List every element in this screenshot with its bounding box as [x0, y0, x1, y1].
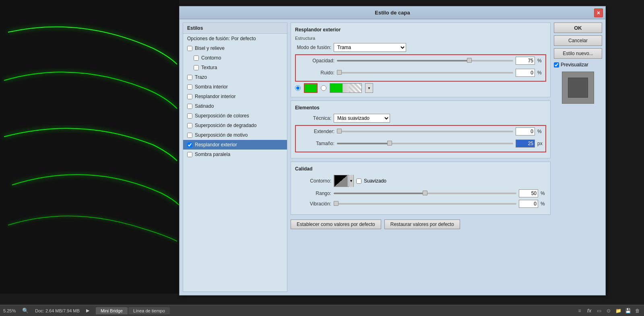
suavizado-checkbox[interactable] — [356, 179, 361, 184]
opacity-unit: % — [537, 58, 543, 64]
style-item-sup-degradado[interactable]: Superposición de degradado — [183, 121, 287, 130]
noise-input[interactable] — [516, 69, 535, 77]
gradient-color-swatch[interactable] — [330, 83, 362, 93]
channels-icon[interactable]: ⊙ — [605, 308, 612, 314]
calidad-title: Calidad — [295, 166, 546, 172]
style-item-resplandor-exterior[interactable]: Resplandor exterior — [183, 140, 287, 150]
rango-slider-container — [334, 193, 516, 194]
set-default-button[interactable]: Establecer como valores por defecto — [291, 220, 381, 229]
blend-mode-select[interactable]: Trama Normal Pantalla — [334, 43, 406, 52]
opciones-label: Opciones de fusión: Por defecto — [187, 36, 256, 41]
tamano-row: Tamaño: px — [298, 140, 543, 148]
extender-input[interactable] — [516, 127, 535, 135]
noise-slider-track[interactable] — [337, 72, 513, 74]
gradient-color-radio[interactable] — [321, 85, 326, 91]
style-item-bisel[interactable]: Bisel y relieve — [183, 43, 287, 53]
styles-panel-header: Estilos — [183, 23, 287, 34]
tamano-input[interactable] — [516, 140, 535, 148]
sombra-interior-checkbox[interactable] — [187, 84, 192, 90]
preview-checkbox[interactable] — [554, 62, 559, 68]
cancel-button[interactable]: Cancelar — [554, 35, 602, 46]
tecnica-select[interactable]: Más suavizado Preciso — [334, 114, 390, 123]
solid-color-swatch[interactable] — [304, 83, 318, 93]
elementos-section: Elementos Técnica: Más suavizado Preciso… — [291, 101, 551, 158]
extender-slider-track[interactable] — [337, 131, 513, 132]
style-item-sombra-paralela[interactable]: Sombra paralela — [183, 150, 287, 159]
rango-slider-track[interactable] — [334, 193, 516, 194]
fx-icon[interactable]: fx — [586, 308, 592, 314]
textura-checkbox[interactable] — [194, 65, 199, 70]
zoom-icon[interactable]: 🔍 — [22, 308, 29, 314]
mini-bridge-tab[interactable]: Mini Bridge — [96, 307, 128, 314]
vibracion-input[interactable] — [519, 200, 538, 208]
opacity-slider-track[interactable] — [337, 60, 513, 62]
styles-panel: Estilos Opciones de fusión: Por defecto … — [183, 23, 287, 292]
noise-row: Ruido: % — [298, 69, 543, 77]
style-item-sombra-interior[interactable]: Sombra interior — [183, 82, 287, 92]
contorno-checkbox[interactable] — [194, 55, 199, 61]
bisel-checkbox[interactable] — [187, 46, 192, 51]
vibracion-label: Vibración: — [295, 201, 331, 207]
linea-tiempo-tab[interactable]: Línea de tiempo — [128, 307, 170, 314]
vibracion-row: Vibración: % — [295, 200, 546, 208]
suavizado-label: Suavizado — [364, 178, 386, 184]
rango-input[interactable] — [519, 189, 538, 197]
preview-label: Previsualizar — [561, 62, 588, 68]
main-panel: Resplandor exterior Estructura Modo de f… — [291, 23, 551, 292]
rango-row: Rango: % — [295, 189, 546, 197]
outer-glow-title: Resplandor exterior — [295, 27, 546, 33]
gradient-dropdown-arrow[interactable]: ▼ — [365, 83, 373, 93]
style-item-sup-motivo[interactable]: Superposición de motivo — [183, 130, 287, 140]
sombra-paralela-checkbox[interactable] — [187, 152, 192, 157]
resplandor-exterior-checkbox[interactable] — [187, 142, 192, 148]
tamano-slider-track[interactable] — [337, 143, 513, 144]
style-item-contorno[interactable]: Contorno — [183, 53, 287, 63]
svg-rect-0 — [0, 0, 179, 293]
contorno-chevron-down-icon[interactable]: ▼ — [349, 175, 353, 187]
delete-icon[interactable]: 🗑 — [634, 308, 641, 314]
style-item-trazo[interactable]: Trazo — [183, 72, 287, 82]
vibracion-slider-container — [334, 203, 516, 205]
vibracion-slider-track[interactable] — [334, 203, 516, 205]
rango-label: Rango: — [295, 191, 331, 196]
restore-default-button[interactable]: Restaurar valores por defecto — [384, 220, 460, 229]
tamano-slider-container — [337, 143, 513, 144]
resplandor-interior-checkbox[interactable] — [187, 94, 192, 99]
satinado-checkbox[interactable] — [187, 104, 192, 109]
sup-degradado-checkbox[interactable] — [187, 123, 192, 128]
opacity-row: Opacidad: % — [298, 57, 543, 65]
folder-icon[interactable]: 📁 — [615, 308, 621, 314]
sup-colores-checkbox[interactable] — [187, 113, 192, 119]
contorno-row: Contorno: ▼ Suavizado — [295, 175, 546, 187]
forward-icon[interactable]: ▶ — [86, 308, 89, 313]
layer-style-dialog: Estilo de capa × Estilos Opciones de fus… — [179, 6, 606, 295]
tecnica-row: Técnica: Más suavizado Preciso — [295, 114, 546, 123]
opacity-input[interactable] — [516, 57, 535, 65]
save-icon[interactable]: 💾 — [625, 308, 631, 314]
style-item-sup-colores[interactable]: Superposición de colores — [183, 111, 287, 121]
sup-motivo-checkbox[interactable] — [187, 133, 192, 138]
contorno-button[interactable]: ▼ — [334, 175, 354, 187]
style-item-resplandor-interior[interactable]: Resplandor interior — [183, 92, 287, 101]
color-row: ▼ — [295, 83, 546, 93]
elementos-title: Elementos — [295, 105, 546, 111]
solid-color-radio[interactable] — [295, 85, 301, 91]
trazo-checkbox[interactable] — [187, 75, 192, 80]
style-item-textura[interactable]: Textura — [183, 63, 287, 72]
noise-unit: % — [537, 70, 543, 76]
style-item-opciones[interactable]: Opciones de fusión: Por defecto — [183, 34, 287, 43]
preview-box — [562, 72, 594, 104]
extender-unit: % — [537, 129, 543, 134]
contorno-preview — [334, 175, 348, 187]
doc-info: Doc: 2.64 MB/7.94 MB — [35, 308, 80, 313]
new-style-button[interactable]: Estilo nuevo... — [554, 48, 602, 59]
ok-button[interactable]: OK — [554, 23, 602, 33]
status-tabs: Mini Bridge Línea de tiempo — [96, 307, 170, 314]
menu-icon[interactable]: ≡ — [576, 308, 583, 314]
close-button[interactable]: × — [594, 8, 603, 17]
style-item-satinado[interactable]: Satinado — [183, 101, 287, 111]
rango-unit: % — [541, 191, 546, 196]
layers-icon[interactable]: ▭ — [596, 308, 602, 314]
opacity-slider-container — [337, 60, 513, 62]
right-panel: OK Cancelar Estilo nuevo... Previsualiza… — [554, 23, 602, 292]
